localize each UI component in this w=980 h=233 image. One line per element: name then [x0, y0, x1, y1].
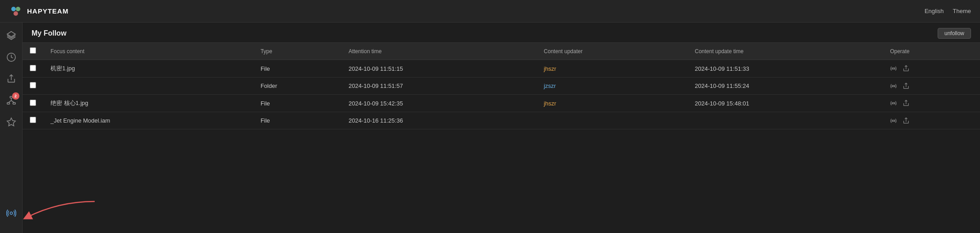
sidebar: 2 [0, 23, 23, 233]
col-focus-content: Focus content [43, 43, 253, 60]
row-attention-time: 2024-10-09 15:42:35 [341, 95, 536, 112]
svg-point-1 [16, 7, 20, 11]
row-checkbox-cell [23, 112, 43, 129]
svg-point-21 [893, 120, 894, 121]
unfollow-button[interactable]: unfollow [938, 28, 971, 39]
sidebar-item-signal[interactable] [5, 207, 18, 219]
row-focus-content: 机密1.jpg [43, 60, 253, 78]
row-content-updater: jhszr [536, 95, 687, 112]
svg-point-17 [893, 85, 894, 87]
content-area: My Follow unfollow Focus content Type At… [23, 23, 980, 233]
row-checkbox-cell [23, 60, 43, 78]
row-operate [883, 60, 980, 78]
sidebar-item-layers[interactable] [5, 29, 18, 42]
row-content-update-time [687, 112, 883, 129]
svg-line-10 [8, 101, 11, 103]
svg-point-15 [893, 68, 894, 69]
row-content-updater: jhszr [536, 60, 687, 78]
row-content-updater [536, 112, 687, 129]
operate-signal-icon[interactable] [890, 100, 897, 107]
row-operate [883, 95, 980, 112]
row-focus-content: _Jet Engine Model.iam [43, 112, 253, 129]
svg-rect-7 [7, 103, 9, 105]
col-content-update-time: Content update time [687, 43, 883, 60]
table-container: Focus content Type Attention time Conten… [23, 43, 980, 233]
operate-share-icon[interactable] [902, 100, 910, 107]
col-content-updater: Content updater [536, 43, 687, 60]
row-content-update-time: 2024-10-09 11:51:33 [687, 60, 883, 78]
col-operate: Operate [883, 43, 980, 60]
row-operate [883, 78, 980, 95]
svg-rect-8 [13, 103, 15, 105]
operate-share-icon[interactable] [902, 82, 910, 90]
follow-table: Focus content Type Attention time Conten… [23, 43, 980, 129]
sidebar-item-clock[interactable] [5, 51, 18, 64]
logo-icon [9, 5, 23, 18]
row-type: File [253, 60, 341, 78]
header: HAPYTEAM English Theme [0, 0, 980, 23]
operate-signal-icon[interactable] [890, 117, 897, 124]
col-checkbox [23, 43, 43, 60]
row-content-updater: jzszr [536, 78, 687, 95]
table-header-row: Focus content Type Attention time Conten… [23, 43, 980, 60]
operate-share-icon[interactable] [902, 117, 910, 124]
table-row: 绝密 核心1.jpg File 2024-10-09 15:42:35 jhsz… [23, 95, 980, 112]
row-content-update-time: 2024-10-09 11:55:24 [687, 78, 883, 95]
header-nav: English Theme [925, 8, 971, 14]
col-type: Type [253, 43, 341, 60]
svg-line-11 [11, 101, 14, 103]
row-type: Folder [253, 78, 341, 95]
svg-point-19 [893, 102, 894, 104]
svg-marker-12 [7, 118, 15, 126]
logo: HAPYTEAM [9, 5, 69, 18]
row-checkbox[interactable] [30, 82, 36, 88]
col-attention-time: Attention time [341, 43, 536, 60]
operate-signal-icon[interactable] [890, 65, 897, 72]
nav-english[interactable]: English [925, 8, 944, 14]
table-row: Folder 2024-10-09 11:51:57 jzszr 2024-10… [23, 78, 980, 95]
operate-signal-icon[interactable] [890, 82, 897, 90]
network-badge: 2 [12, 92, 19, 100]
row-type: File [253, 95, 341, 112]
svg-point-2 [14, 11, 18, 16]
row-focus-content [43, 78, 253, 95]
row-checkbox[interactable] [30, 100, 36, 106]
row-operate [883, 112, 980, 129]
sidebar-item-network[interactable]: 2 [5, 94, 18, 107]
logo-text: HAPYTEAM [27, 7, 69, 15]
row-checkbox-cell [23, 95, 43, 112]
nav-theme[interactable]: Theme [953, 8, 971, 14]
sidebar-item-star[interactable] [5, 116, 18, 128]
row-content-update-time: 2024-10-09 15:48:01 [687, 95, 883, 112]
row-focus-content: 绝密 核心1.jpg [43, 95, 253, 112]
table-row: _Jet Engine Model.iam File 2024-10-16 11… [23, 112, 980, 129]
row-checkbox-cell [23, 78, 43, 95]
row-attention-time: 2024-10-09 11:51:15 [341, 60, 536, 78]
svg-point-13 [10, 212, 13, 215]
page-title-bar: My Follow unfollow [23, 23, 980, 43]
operate-share-icon[interactable] [902, 65, 910, 72]
svg-point-0 [11, 7, 16, 11]
select-all-checkbox[interactable] [30, 47, 36, 54]
row-type: File [253, 112, 341, 129]
row-checkbox[interactable] [30, 117, 36, 123]
row-attention-time: 2024-10-09 11:51:57 [341, 78, 536, 95]
sidebar-item-share[interactable] [5, 73, 18, 85]
main-layout: 2 [0, 23, 980, 233]
table-row: 机密1.jpg File 2024-10-09 11:51:15 jhszr 2… [23, 60, 980, 78]
row-attention-time: 2024-10-16 11:25:36 [341, 112, 536, 129]
page-title: My Follow [32, 29, 66, 37]
row-checkbox[interactable] [30, 65, 36, 71]
